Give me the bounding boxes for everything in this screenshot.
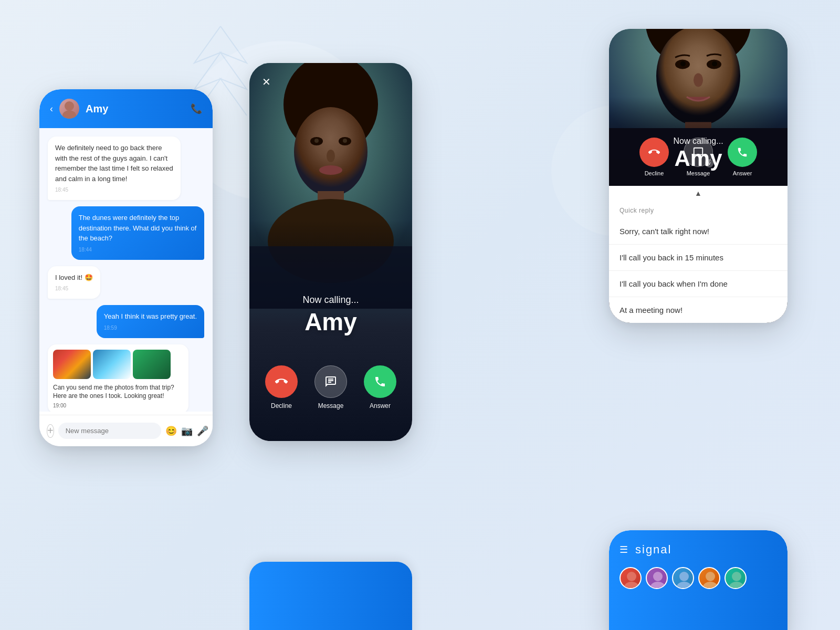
quick-reply-header: Quick reply bbox=[609, 201, 788, 218]
svg-point-27 bbox=[653, 572, 663, 581]
message-time: 18:59 bbox=[104, 324, 197, 332]
call-status: Now calling... bbox=[302, 295, 359, 306]
message-received: We definitely need to go back there with… bbox=[48, 136, 181, 200]
quick-reply-item[interactable]: I'll call you back in 15 minutes bbox=[609, 245, 788, 271]
contact-avatar[interactable] bbox=[646, 567, 668, 589]
contact-list bbox=[620, 567, 777, 589]
quick-reply-item[interactable]: Sorry, can't talk right now! bbox=[609, 218, 788, 245]
message-button[interactable]: Message bbox=[314, 365, 347, 410]
add-button[interactable]: + bbox=[47, 424, 54, 438]
signal-header: ☰ signal bbox=[609, 530, 788, 630]
chat-header: ‹ Amy 📞 bbox=[39, 89, 213, 128]
svg-point-33 bbox=[732, 572, 741, 581]
message-time: 18:45 bbox=[55, 285, 93, 292]
message-circle-2[interactable]: ∨ bbox=[684, 138, 713, 167]
message-images bbox=[53, 350, 183, 379]
message-text: We definitely need to go back there with… bbox=[55, 143, 173, 184]
message-sent: The dunes were definitely the top destin… bbox=[71, 206, 204, 260]
call-button[interactable]: 📞 bbox=[191, 103, 202, 114]
svg-rect-24 bbox=[609, 97, 788, 129]
call-background: ✕ Now calling... Amy Decline bbox=[249, 63, 412, 441]
message-received: I loved it! 🤩 18:45 bbox=[48, 266, 100, 299]
svg-point-26 bbox=[624, 582, 639, 589]
message-time: 18:45 bbox=[55, 186, 173, 194]
phone-signal: ☰ signal bbox=[609, 530, 788, 630]
chat-body: We definitely need to go back there with… bbox=[39, 128, 213, 412]
svg-point-8 bbox=[343, 139, 347, 143]
phone-incoming-call: ✕ Now calling... Amy Decline bbox=[249, 63, 412, 441]
message-sent: Yeah I think it was pretty great. 18:59 bbox=[97, 305, 204, 338]
svg-point-25 bbox=[627, 572, 636, 581]
caller-photo bbox=[249, 63, 412, 309]
decline-button[interactable]: Decline bbox=[265, 365, 298, 410]
signal-title-row: ☰ signal bbox=[620, 543, 777, 556]
contact-avatar[interactable] bbox=[672, 567, 694, 589]
message-text: Can you send me the photos from that tri… bbox=[53, 383, 183, 401]
contact-avatar[interactable] bbox=[698, 567, 720, 589]
photo-thumbnail bbox=[93, 350, 131, 379]
photo-thumbnail bbox=[133, 350, 171, 379]
svg-point-31 bbox=[706, 572, 715, 581]
menu-icon[interactable]: ☰ bbox=[620, 544, 628, 555]
camera-icon[interactable]: 📷 bbox=[181, 425, 193, 437]
decline-label: Decline bbox=[271, 402, 292, 410]
expand-quick-reply[interactable]: ▲ bbox=[609, 186, 788, 201]
call-info: Now calling... Amy bbox=[302, 295, 359, 336]
svg-point-32 bbox=[703, 582, 718, 589]
message-image-card: Can you send me the photos from that tri… bbox=[48, 344, 188, 412]
phone-incoming-call-2: Now calling... Amy Decline ∨ bbox=[609, 29, 788, 323]
phone-blue-partial bbox=[249, 562, 412, 630]
contact-avatar[interactable] bbox=[724, 567, 747, 589]
avatar bbox=[59, 99, 79, 119]
photo-thumbnail bbox=[53, 350, 91, 379]
svg-point-1 bbox=[62, 110, 76, 119]
answer-label: Answer bbox=[370, 402, 391, 410]
close-button[interactable]: ✕ bbox=[262, 76, 271, 88]
call2-background: Now calling... Amy Decline ∨ bbox=[609, 29, 788, 323]
message-text: The dunes were definitely the top destin… bbox=[79, 213, 197, 244]
sticker-icon[interactable]: 😊 bbox=[165, 425, 177, 437]
app-title: signal bbox=[635, 543, 671, 556]
quick-reply-item[interactable]: I'll call you back when I'm done bbox=[609, 271, 788, 297]
svg-point-30 bbox=[677, 582, 691, 589]
message-text: Yeah I think it was pretty great. bbox=[104, 311, 197, 322]
svg-point-21 bbox=[712, 61, 717, 67]
chevron-up-icon: ▲ bbox=[695, 189, 702, 197]
message-input[interactable] bbox=[58, 423, 161, 439]
contact-name: Amy bbox=[86, 103, 184, 115]
svg-point-9 bbox=[327, 150, 335, 162]
svg-point-7 bbox=[314, 139, 319, 143]
svg-point-20 bbox=[680, 61, 686, 67]
svg-point-29 bbox=[679, 572, 689, 581]
message-circle[interactable] bbox=[314, 365, 347, 398]
answer-button[interactable]: Answer bbox=[364, 365, 396, 410]
decline-circle[interactable] bbox=[265, 365, 298, 398]
caller-name: Amy bbox=[302, 308, 359, 336]
mic-icon[interactable]: 🎤 bbox=[197, 425, 208, 437]
svg-point-10 bbox=[319, 165, 342, 175]
quick-reply-panel: Quick reply Sorry, can't talk right now!… bbox=[609, 201, 788, 323]
message-text: I loved it! 🤩 bbox=[55, 272, 93, 283]
call-actions: Decline Message Answer bbox=[265, 365, 396, 410]
svg-point-34 bbox=[729, 582, 744, 589]
message-time: 19:00 bbox=[53, 403, 183, 408]
chat-footer: + 😊 📷 🎤 bbox=[39, 415, 213, 446]
quick-reply-item[interactable]: At a meeting now! bbox=[609, 297, 788, 323]
svg-point-0 bbox=[65, 101, 74, 111]
message-label: Message bbox=[318, 402, 344, 410]
svg-point-28 bbox=[650, 582, 665, 589]
answer-circle[interactable] bbox=[364, 365, 396, 398]
contact-avatar[interactable] bbox=[620, 567, 642, 589]
back-button[interactable]: ‹ bbox=[50, 103, 53, 114]
message-time: 18:44 bbox=[79, 246, 197, 254]
svg-point-22 bbox=[694, 74, 703, 87]
phone-chat: ‹ Amy 📞 We definitely need to go back th… bbox=[39, 89, 213, 446]
caller-photo-2 bbox=[609, 29, 788, 128]
